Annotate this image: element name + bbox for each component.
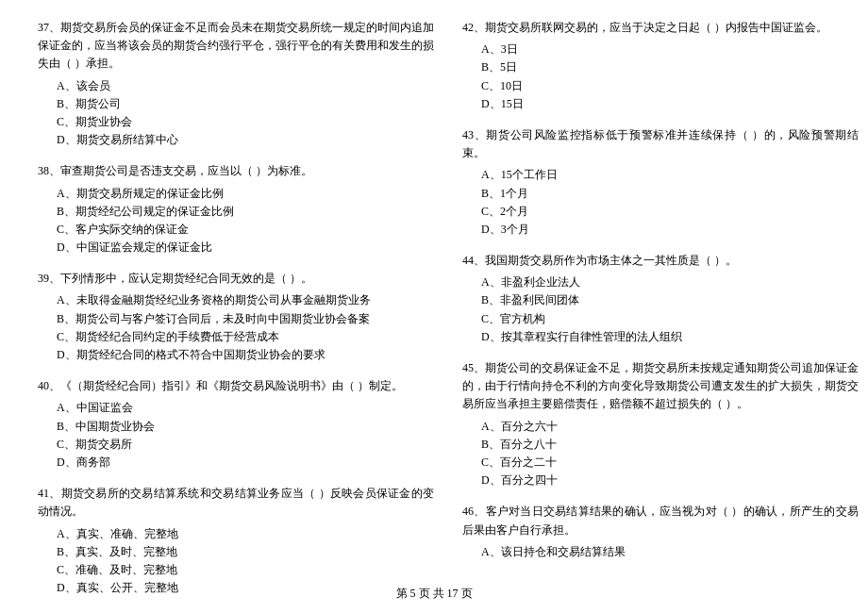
column-left: 37、期货交易所会员的保证金不足而会员未在期货交易所统一规定的时间内追加保证金的… <box>38 19 434 610</box>
option-43-a: A、15个工作日 <box>462 166 859 184</box>
option-39-c: C、期货经纪合同约定的手续费低于经营成本 <box>38 328 434 346</box>
option-37-b: B、期货公司 <box>38 95 434 113</box>
question-text-42: 42、期货交易所联网交易的，应当于决定之日起（ ）内报告中国证监会。 <box>462 19 859 37</box>
question-text-37: 37、期货交易所会员的保证金不足而会员未在期货交易所统一规定的时间内追加保证金的… <box>38 19 434 74</box>
question-text-38: 38、审查期货公司是否违支交易，应当以（ ）为标准。 <box>38 162 434 180</box>
option-38-b: B、期货经纪公司规定的保证金比例 <box>38 203 434 221</box>
question-text-46: 46、客户对当日交易结算结果的确认，应当视为对（ ）的确认，所产生的交易后果由客… <box>462 503 859 538</box>
option-38-c: C、客户实际交纳的保证金 <box>38 221 434 239</box>
question-block-44: 44、我国期货交易所作为市场主体之一其性质是（ ）。 A、非盈利企业法人 B、非… <box>462 252 859 346</box>
option-39-a: A、未取得金融期货经纪业务资格的期货公司从事金融期货业务 <box>38 291 434 309</box>
question-block-42: 42、期货交易所联网交易的，应当于决定之日起（ ）内报告中国证监会。 A、3日 … <box>462 19 859 113</box>
page-info: 第 5 页 共 17 页 <box>396 587 473 600</box>
option-39-b: B、期货公司与客户签订合同后，未及时向中国期货业协会备案 <box>38 310 434 328</box>
option-41-a: A、真实、准确、完整地 <box>38 525 434 543</box>
question-block-43: 43、期货公司风险监控指标低于预警标准并连续保持（ ）的，风险预警期结束。 A、… <box>462 126 859 239</box>
option-40-c: C、期货交易所 <box>38 436 434 454</box>
option-45-b: B、百分之八十 <box>462 436 859 454</box>
option-45-c: C、百分之二十 <box>462 454 859 472</box>
option-37-d: D、期货交易所结算中心 <box>38 131 434 149</box>
option-43-c: C、2个月 <box>462 203 859 221</box>
question-block-39: 39、下列情形中，应认定期货经纪合同无效的是（ ）。 A、未取得金融期货经纪业务… <box>38 270 434 364</box>
option-42-a: A、3日 <box>462 41 859 58</box>
question-block-40: 40、《（期货经纪合同）指引》和《期货交易风险说明书》由（ ）制定。 A、中国证… <box>38 377 434 472</box>
question-text-39: 39、下列情形中，应认定期货经纪合同无效的是（ ）。 <box>38 270 434 288</box>
option-40-a: A、中国证监会 <box>38 399 434 417</box>
option-44-a: A、非盈利企业法人 <box>462 273 859 291</box>
option-44-b: B、非盈利民间团体 <box>462 291 859 309</box>
option-42-b: B、5日 <box>462 58 859 76</box>
option-43-b: B、1个月 <box>462 185 859 203</box>
column-right: 42、期货交易所联网交易的，应当于决定之日起（ ）内报告中国证监会。 A、3日 … <box>462 19 859 610</box>
question-block-38: 38、审查期货公司是否违支交易，应当以（ ）为标准。 A、期货交易所规定的保证金… <box>38 162 434 257</box>
question-text-45: 45、期货公司的交易保证金不足，期货交易所未按规定通知期货公司追加保证金的，由于… <box>462 359 859 414</box>
question-text-40: 40、《（期货经纪合同）指引》和《期货交易风险说明书》由（ ）制定。 <box>38 377 434 395</box>
question-text-44: 44、我国期货交易所作为市场主体之一其性质是（ ）。 <box>462 252 859 270</box>
question-text-43: 43、期货公司风险监控指标低于预警标准并连续保持（ ）的，风险预警期结束。 <box>462 126 859 162</box>
option-44-d: D、按其章程实行自律性管理的法人组织 <box>462 328 859 346</box>
content-columns: 37、期货交易所会员的保证金不足而会员未在期货交易所统一规定的时间内追加保证金的… <box>38 19 830 610</box>
option-37-c: C、期货业协会 <box>38 113 434 131</box>
page-footer: 第 5 页 共 17 页 <box>0 586 868 602</box>
option-44-c: C、官方机构 <box>462 310 859 328</box>
option-37-a: A、该会员 <box>38 77 434 95</box>
option-41-c: C、准确、及时、完整地 <box>38 561 434 579</box>
option-38-d: D、中国证监会规定的保证金比 <box>38 239 434 257</box>
option-41-b: B、真实、及时、完整地 <box>38 543 434 561</box>
option-40-b: B、中国期货业协会 <box>38 418 434 436</box>
option-39-d: D、期货经纪合同的格式不符合中国期货业协会的要求 <box>38 346 434 364</box>
question-text-41: 41、期货交易所的交易结算系统和交易结算业务应当（ ）反映会员保证金的变动情况。 <box>38 485 434 521</box>
question-block-37: 37、期货交易所会员的保证金不足而会员未在期货交易所统一规定的时间内追加保证金的… <box>38 19 434 149</box>
question-block-46: 46、客户对当日交易结算结果的确认，应当视为对（ ）的确认，所产生的交易后果由客… <box>462 503 859 561</box>
option-42-c: C、10日 <box>462 77 859 95</box>
question-block-41: 41、期货交易所的交易结算系统和交易结算业务应当（ ）反映会员保证金的变动情况。… <box>38 485 434 597</box>
option-42-d: D、15日 <box>462 95 859 113</box>
option-46-a: A、该日持仓和交易结算结果 <box>462 543 859 561</box>
option-38-a: A、期货交易所规定的保证金比例 <box>38 185 434 203</box>
option-43-d: D、3个月 <box>462 221 859 239</box>
page-container: 37、期货交易所会员的保证金不足而会员未在期货交易所统一规定的时间内追加保证金的… <box>0 0 868 613</box>
option-45-a: A、百分之六十 <box>462 418 859 436</box>
option-40-d: D、商务部 <box>38 454 434 472</box>
option-45-d: D、百分之四十 <box>462 472 859 489</box>
question-block-45: 45、期货公司的交易保证金不足，期货交易所未按规定通知期货公司追加保证金的，由于… <box>462 359 859 489</box>
